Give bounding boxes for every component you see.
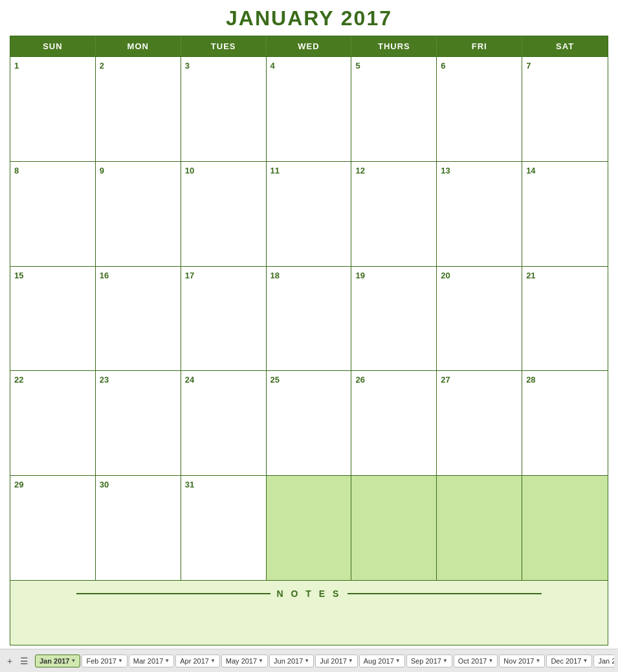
day-cell[interactable]: 20 (437, 267, 522, 371)
day-cell[interactable]: 4 (267, 57, 352, 161)
month-tab-aug-2017[interactable]: Aug 2017▼ (359, 655, 405, 667)
month-tab-mar-2017[interactable]: Mar 2017▼ (129, 655, 174, 667)
day-cell[interactable]: 17 (181, 267, 267, 371)
chevron-down-icon: ▼ (71, 658, 76, 664)
day-number: 30 (100, 480, 109, 489)
day-number: 10 (185, 166, 194, 175)
day-cell[interactable]: 1 (10, 57, 96, 161)
day-number: 14 (526, 166, 535, 175)
notes-line-left (76, 593, 270, 594)
month-tab-jan-2018[interactable]: Jan 2018▼ (593, 655, 614, 667)
day-number: 6 (441, 61, 445, 71)
day-number: 8 (14, 166, 19, 175)
day-cell[interactable]: 10 (181, 162, 267, 266)
day-number: 16 (100, 271, 109, 280)
chevron-down-icon: ▼ (488, 658, 493, 664)
chevron-down-icon: ▼ (258, 658, 263, 664)
tab-bar-icons: + ☰ (4, 655, 30, 667)
month-tab-jan-2017[interactable]: Jan 2017▼ (35, 655, 80, 667)
day-cell[interactable]: 18 (267, 267, 352, 371)
calendar-grid: SUNMONTUESWEDTHURSFRISAT 123456789101112… (10, 36, 608, 645)
tab-label: Mar 2017 (133, 657, 163, 665)
tab-label: May 2017 (226, 657, 257, 665)
add-sheet-icon[interactable]: + (4, 655, 16, 667)
month-tab-dec-2017[interactable]: Dec 2017▼ (546, 655, 592, 667)
month-tab-apr-2017[interactable]: Apr 2017▼ (175, 655, 220, 667)
day-cell[interactable]: 11 (267, 162, 352, 266)
day-cell[interactable]: 31 (181, 476, 267, 580)
day-cell[interactable]: 22 (10, 371, 96, 475)
month-tab-sep-2017[interactable]: Sep 2017▼ (406, 655, 452, 667)
day-cell[interactable]: 13 (437, 162, 522, 266)
month-tab-jun-2017[interactable]: Jun 2017▼ (269, 655, 314, 667)
day-header-sat: SAT (522, 36, 608, 56)
chevron-down-icon: ▼ (395, 658, 401, 664)
notes-line-right (348, 593, 542, 594)
chevron-down-icon: ▼ (582, 658, 588, 664)
menu-icon[interactable]: ☰ (18, 655, 30, 667)
tab-label: Jun 2017 (274, 657, 303, 665)
day-cell[interactable]: 8 (10, 162, 96, 266)
day-cell[interactable]: 23 (96, 371, 181, 475)
tab-label: Aug 2017 (364, 657, 394, 665)
tabs-container: Jan 2017▼Feb 2017▼Mar 2017▼Apr 2017▼May … (35, 655, 614, 667)
day-number: 1 (14, 61, 19, 71)
notes-header: N O T E S (23, 588, 595, 599)
day-cell[interactable]: 9 (96, 162, 181, 266)
day-number: 20 (441, 271, 450, 280)
day-number: 7 (526, 61, 531, 71)
day-cell[interactable] (351, 476, 437, 580)
day-cell[interactable]: 19 (351, 267, 437, 371)
day-number: 5 (355, 61, 360, 71)
month-tab-may-2017[interactable]: May 2017▼ (221, 655, 268, 667)
day-cell[interactable] (522, 476, 608, 580)
day-number: 22 (14, 375, 23, 385)
notes-label: N O T E S (277, 588, 342, 599)
day-number: 29 (14, 480, 23, 489)
day-number: 19 (355, 271, 364, 280)
month-tab-nov-2017[interactable]: Nov 2017▼ (499, 655, 545, 667)
weeks-container: 1234567891011121314151617181920212223242… (10, 56, 608, 580)
day-header-thurs: THURS (351, 36, 437, 56)
day-cell[interactable]: 6 (437, 57, 522, 161)
day-cell[interactable]: 27 (437, 371, 522, 475)
day-number: 17 (185, 271, 194, 280)
tab-label: Nov 2017 (503, 657, 534, 665)
day-cell[interactable]: 2 (96, 57, 181, 161)
tab-label: Sep 2017 (411, 657, 441, 665)
day-number: 21 (526, 271, 535, 280)
day-headers-row: SUNMONTUESWEDTHURSFRISAT (10, 36, 608, 56)
month-tab-jul-2017[interactable]: Jul 2017▼ (315, 655, 358, 667)
day-cell[interactable]: 12 (351, 162, 437, 266)
day-cell[interactable]: 15 (10, 267, 96, 371)
day-cell[interactable] (437, 476, 522, 580)
day-cell[interactable]: 25 (267, 371, 352, 475)
day-cell[interactable]: 28 (522, 371, 608, 475)
day-cell[interactable]: 29 (10, 476, 96, 580)
day-cell[interactable]: 3 (181, 57, 267, 161)
day-number: 24 (185, 375, 194, 385)
day-cell[interactable]: 5 (351, 57, 437, 161)
day-number: 26 (355, 375, 364, 385)
day-cell[interactable]: 30 (96, 476, 181, 580)
day-cell[interactable] (267, 476, 352, 580)
day-cell[interactable]: 14 (522, 162, 608, 266)
month-tab-feb-2017[interactable]: Feb 2017▼ (82, 655, 127, 667)
tab-label: Apr 2017 (180, 657, 209, 665)
tab-label: Jan 2017 (39, 657, 69, 665)
day-header-sun: SUN (10, 36, 96, 56)
day-number: 2 (100, 61, 104, 71)
tab-label: Oct 2017 (458, 657, 487, 665)
day-cell[interactable]: 26 (351, 371, 437, 475)
month-tab-oct-2017[interactable]: Oct 2017▼ (454, 655, 498, 667)
week-row-0: 1234567 (10, 56, 608, 161)
day-cell[interactable]: 16 (96, 267, 181, 371)
day-cell[interactable]: 7 (522, 57, 608, 161)
chevron-down-icon: ▼ (443, 658, 448, 664)
chevron-down-icon: ▼ (210, 658, 215, 664)
day-number: 28 (526, 375, 535, 385)
chevron-down-icon: ▼ (348, 658, 353, 664)
day-number: 23 (100, 375, 109, 385)
day-cell[interactable]: 21 (522, 267, 608, 371)
day-cell[interactable]: 24 (181, 371, 267, 475)
